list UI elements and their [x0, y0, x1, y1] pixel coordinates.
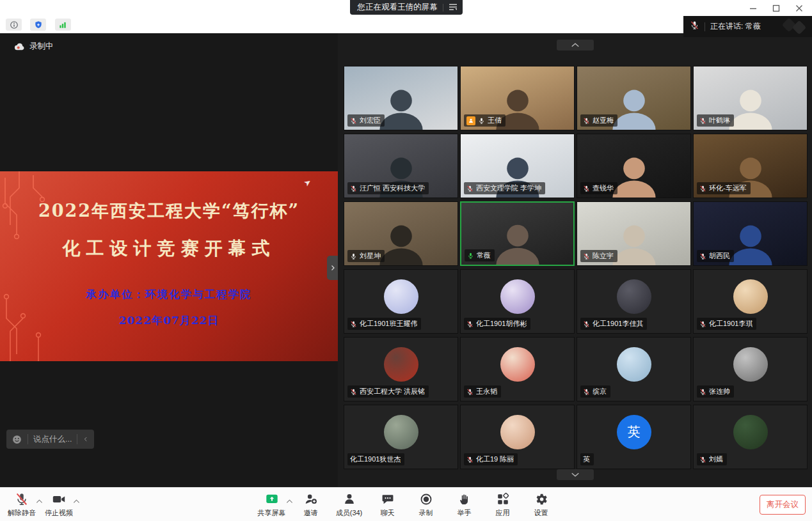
toolbar-mic-muted-button[interactable]: 解除静音 [6, 489, 37, 520]
network-signal-icon[interactable] [55, 19, 71, 31]
mic-on-icon [478, 117, 485, 125]
recording-label: 录制中 [29, 41, 54, 52]
slide-title-line1: 2022年西安工程大学“笃行杯” [0, 199, 338, 222]
chat-placeholder[interactable]: 说点什么... [33, 434, 72, 445]
collapse-chevron-icon[interactable] [83, 435, 89, 443]
toolbar-chat-button[interactable]: 聊天 [373, 489, 402, 520]
participant-tile[interactable]: 王永韬 [460, 337, 575, 401]
participant-tile[interactable]: 王倩 [460, 66, 575, 130]
toolbar-camera-button[interactable]: 停止视频 [44, 489, 74, 520]
layout-menu-icon[interactable] [449, 2, 458, 13]
participant-tile[interactable]: 化工1901胡伟彬 [460, 269, 575, 334]
presentation-slide: 2022年西安工程大学“笃行杯” 化工设计竞赛开幕式 承办单位：环境化学与工程学… [0, 171, 338, 361]
hand-icon [458, 492, 471, 507]
participant-tile[interactable]: 刘星坤 [344, 201, 458, 266]
mic-muted-icon [583, 185, 590, 192]
participant-name: 查锐华 [593, 183, 614, 193]
toolbar-settings-button[interactable]: 设置 [527, 489, 556, 520]
participant-name-pill: 刘嫣 [697, 453, 727, 465]
participant-name-pill: 西安工程大学 洪辰铭 [347, 385, 429, 398]
screen-watch-pill[interactable]: 您正在观看王倩的屏幕 [350, 0, 463, 15]
toolbar-apps-button[interactable]: 应用 [488, 489, 518, 520]
mic-muted-icon [350, 185, 357, 192]
slide-title-line2: 化工设计竞赛开幕式 [0, 237, 338, 261]
security-shield-icon[interactable] [30, 19, 46, 31]
leave-meeting-button[interactable]: 离开会议 [760, 495, 806, 515]
meeting-info-button[interactable] [6, 19, 22, 31]
mic-muted-icon [583, 388, 590, 396]
toolbar-invite-button[interactable]: 邀请 [296, 489, 326, 520]
scroll-up-button[interactable] [557, 40, 594, 51]
chevron-up-icon[interactable] [286, 495, 293, 506]
participant-tile[interactable]: 胡西民 [693, 201, 808, 266]
scroll-down-button[interactable] [557, 469, 594, 480]
maximize-button[interactable] [767, 1, 785, 15]
participant-tile[interactable]: 叶鹤琳 [693, 66, 808, 130]
avatar [617, 279, 651, 314]
participant-tile[interactable]: 陈立宇 [577, 201, 691, 266]
participant-tile[interactable]: 刘嫣 [693, 405, 808, 469]
participant-tile[interactable]: 汪广恒 西安科技大学 [344, 134, 458, 198]
participant-name: 常薇 [477, 251, 491, 260]
divider [443, 4, 443, 12]
participant-name: 西安工程大学 洪辰铭 [360, 387, 425, 396]
window-controls [744, 0, 808, 16]
avatar [617, 347, 651, 382]
participant-tile[interactable]: 缤京 [577, 337, 691, 401]
toolbar-button-label: 停止视频 [45, 508, 73, 518]
participant-name-pill: 胡西民 [697, 250, 734, 262]
participant-tile[interactable]: 化工1901狄世杰 [344, 405, 458, 469]
toolbar-button-label: 举手 [458, 508, 472, 518]
participant-tile[interactable]: 常薇 [460, 201, 575, 266]
presenter-cursor-icon: ➤ [302, 176, 314, 189]
participant-tile[interactable]: 化工1901李佳其 [577, 269, 691, 334]
participant-name-pill: 化工1901狄世杰 [347, 453, 404, 465]
window-title: 您正在观看王倩的屏幕 [358, 2, 438, 13]
participant-tile[interactable]: 查锐华 [577, 134, 691, 198]
mic-muted-icon [583, 253, 590, 260]
participant-name: 化工1901李琪 [709, 319, 752, 329]
participant-name: 化工1901班王耀伟 [360, 319, 417, 329]
next-page-arrow[interactable] [327, 256, 338, 280]
mic-muted-icon [466, 185, 474, 192]
mic-muted-icon [466, 320, 474, 328]
avatar [500, 279, 535, 314]
title-bar: 您正在观看王倩的屏幕 [0, 0, 812, 16]
participant-name: 张连帅 [709, 387, 730, 396]
close-button[interactable] [790, 1, 808, 15]
participant-tile[interactable]: 赵亚梅 [577, 66, 691, 130]
minimize-button[interactable] [744, 1, 762, 15]
participant-name-pill: 常薇 [465, 249, 495, 261]
participant-name-pill: 刘宏臣 [347, 114, 385, 127]
participant-tile[interactable]: 西安工程大学 洪辰铭 [344, 337, 458, 401]
toolbar-record-button[interactable]: 录制 [411, 489, 441, 520]
participant-name-pill: 西安文理学院 李学坤 [464, 182, 545, 194]
toolbar-share-screen-button[interactable]: 共享屏幕 [257, 489, 287, 520]
participant-tile[interactable]: 化工1901班王耀伟 [344, 269, 458, 334]
participant-name-pill: 陈立宇 [580, 250, 617, 262]
participant-tile[interactable]: 英 英 [577, 405, 691, 469]
quick-chat-input[interactable]: 说点什么... [6, 430, 94, 449]
participant-name: 刘嫣 [709, 455, 723, 464]
toolbar-members-button[interactable]: 成员(34) [335, 489, 364, 520]
chevron-up-icon[interactable] [73, 495, 80, 506]
invite-icon [303, 492, 319, 507]
participant-name: 刘宏臣 [360, 116, 381, 125]
participant-tile[interactable]: 张连帅 [693, 337, 808, 401]
participant-tile[interactable]: 化工1901李琪 [693, 269, 808, 334]
participant-tile[interactable]: 刘宏臣 [344, 66, 458, 130]
mic-muted-icon [350, 320, 357, 328]
emoji-icon[interactable] [12, 434, 22, 445]
mic-muted-icon [350, 388, 357, 396]
toolbar-hand-button[interactable]: 举手 [450, 489, 479, 520]
participant-tile[interactable]: 环化-车远军 [693, 134, 808, 198]
participant-name-pill: 化工1901李佳其 [580, 318, 647, 330]
avatar [384, 415, 418, 449]
divider [705, 22, 705, 31]
participant-name: 汪广恒 西安科技大学 [360, 183, 425, 193]
participant-tile[interactable]: 西安文理学院 李学坤 [460, 134, 575, 198]
participant-name-pill: 张连帅 [697, 385, 734, 398]
chevron-up-icon[interactable] [36, 495, 43, 506]
participant-tile[interactable]: 化工19 陈丽 [460, 405, 575, 469]
participants-panel: 刘宏臣 王倩 赵亚梅 叶鹤琳 汪广恒 西安科技大学 西安文理学院 李学坤 [338, 33, 812, 487]
